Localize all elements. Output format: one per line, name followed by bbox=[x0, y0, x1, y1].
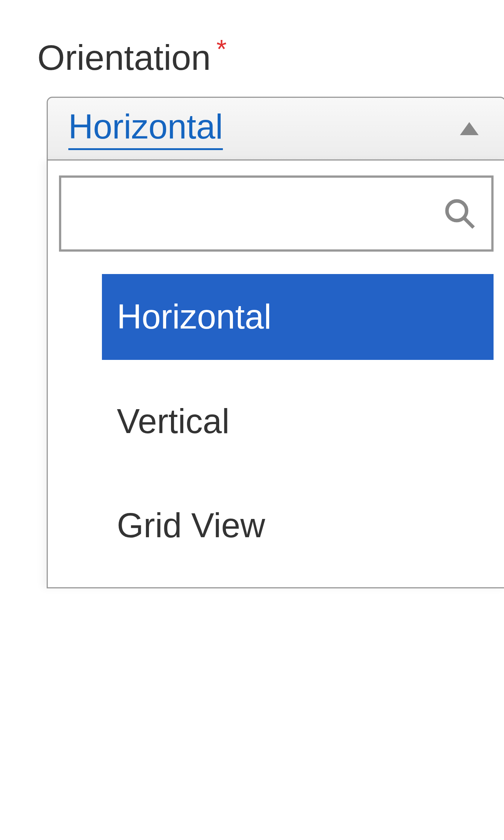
dropdown-option-horizontal[interactable]: Horizontal bbox=[102, 274, 494, 360]
required-asterisk: * bbox=[217, 34, 227, 64]
orientation-dropdown: Horizontal Horizontal Vertical Grid View bbox=[47, 97, 504, 588]
svg-line-1 bbox=[464, 218, 473, 227]
dropdown-option-vertical[interactable]: Vertical bbox=[102, 379, 494, 464]
dropdown-selected-value: Horizontal bbox=[68, 107, 223, 150]
dropdown-panel: Horizontal Vertical Grid View bbox=[47, 161, 504, 588]
orientation-field-label: Orientation * bbox=[37, 37, 504, 78]
search-icon bbox=[443, 197, 476, 230]
dropdown-option-grid-view[interactable]: Grid View bbox=[102, 483, 494, 569]
field-label-text: Orientation bbox=[37, 37, 211, 78]
dropdown-search-box[interactable] bbox=[59, 175, 494, 252]
chevron-up-icon bbox=[460, 122, 479, 135]
dropdown-options-list: Horizontal Vertical Grid View bbox=[102, 274, 494, 569]
dropdown-trigger[interactable]: Horizontal bbox=[47, 97, 504, 161]
svg-point-0 bbox=[447, 201, 467, 221]
dropdown-search-input[interactable] bbox=[71, 196, 443, 231]
